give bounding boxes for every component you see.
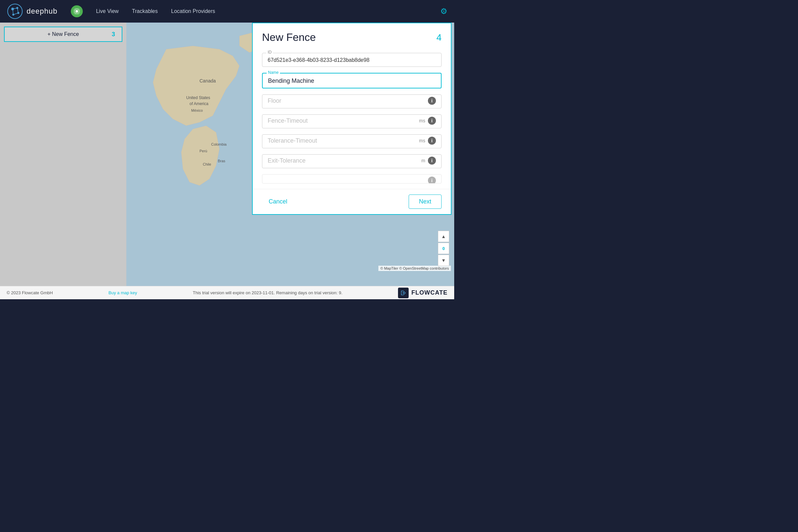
floor-placeholder: Floor [268, 97, 425, 104]
floor-info-icon[interactable]: i [428, 97, 436, 105]
svg-text:Canada: Canada [200, 78, 216, 83]
name-input[interactable] [268, 75, 436, 84]
deephub-logo-icon [7, 3, 23, 20]
logo-text: deephub [26, 7, 58, 16]
svg-point-9 [75, 10, 78, 13]
id-field-group: ID [262, 53, 441, 67]
nav-center: Live View Trackables Location Providers [71, 5, 440, 17]
dialog-body: ID Name Floor i [253, 48, 451, 189]
exit-tolerance-placeholder: Exit-Tolerance [268, 157, 419, 164]
extra-info-icon[interactable]: i [428, 176, 436, 184]
nav-trackables[interactable]: Trackables [132, 8, 158, 14]
flowcate-icon [398, 288, 408, 298]
tolerance-timeout-placeholder: Tolerance-Timeout [268, 137, 416, 144]
fence-timeout-info-icon[interactable]: i [428, 117, 436, 125]
svg-point-0 [8, 4, 22, 19]
new-fence-dialog: New Fence 4 ID Name [252, 23, 452, 215]
fence-timeout-unit: ms [419, 118, 425, 124]
settings-icon[interactable]: ⚙ [440, 7, 448, 16]
navbar: deephub Live View Trackables Location Pr… [0, 0, 454, 23]
floor-field-group: Floor i [262, 94, 441, 108]
svg-text:United States: United States [186, 95, 210, 100]
sidebar-step-badge: 3 [112, 31, 115, 38]
copyright-text: © 2023 Flowcate GmbH [7, 290, 53, 295]
map-controls-bottom: ▲ 0 ▼ [438, 231, 449, 266]
dialog-footer: Cancel Next [253, 189, 451, 214]
exit-tolerance-row: Exit-Tolerance m i [268, 157, 436, 165]
dialog-header: New Fence 4 [253, 23, 451, 48]
footer-brand: FLOWCATE [398, 288, 448, 298]
brand-label: FLOWCATE [411, 289, 448, 296]
footer-bar: © 2023 Flowcate GmbH Buy a map key This … [0, 286, 454, 299]
map-key-link[interactable]: Buy a map key [108, 290, 137, 295]
svg-point-25 [403, 292, 404, 293]
fence-timeout-row: Fence-Timeout ms i [268, 117, 436, 125]
main-area: + New Fence 3 [0, 23, 454, 286]
nav-location-providers[interactable]: Location Providers [171, 8, 215, 14]
floor-field-row: Floor i [268, 97, 436, 105]
svg-text:Perú: Perú [200, 149, 207, 153]
cancel-button[interactable]: Cancel [262, 194, 294, 209]
logo-area: deephub [7, 3, 58, 20]
signal-icon[interactable] [71, 5, 83, 17]
svg-text:Colombia: Colombia [211, 142, 227, 146]
dialog-step: 4 [436, 32, 441, 43]
svg-text:Chile: Chile [203, 162, 211, 166]
tolerance-timeout-field-group: Tolerance-Timeout ms i [262, 134, 441, 148]
nav-live-view[interactable]: Live View [96, 8, 119, 14]
fence-timeout-placeholder: Fence-Timeout [268, 117, 416, 125]
trial-text: This trial version will expire on 2023-1… [193, 290, 342, 295]
sidebar: + New Fence 3 [0, 23, 126, 286]
extra-field-group: i [262, 174, 441, 184]
new-fence-label: + New Fence [48, 31, 79, 37]
tolerance-timeout-unit: ms [419, 138, 425, 143]
fence-timeout-field-group: Fence-Timeout ms i [262, 114, 441, 128]
zoom-value: 0 [438, 243, 449, 254]
svg-text:México: México [191, 108, 203, 112]
id-input[interactable] [268, 55, 436, 63]
exit-tolerance-field-group: Exit-Tolerance m i [262, 154, 441, 168]
exit-tolerance-unit: m [421, 158, 425, 163]
dialog-title: New Fence [262, 31, 316, 43]
maptiler-credit: © MapTiler © OpenStreetMap contributors [378, 266, 451, 271]
extra-field-row: i [268, 176, 436, 184]
id-field-label: ID [266, 50, 273, 55]
map-area: Canada United States of America México P… [126, 23, 454, 286]
tolerance-timeout-info-icon[interactable]: i [428, 137, 436, 145]
tolerance-timeout-row: Tolerance-Timeout ms i [268, 137, 436, 145]
svg-text:Bras: Bras [218, 159, 225, 163]
pan-up-button[interactable]: ▲ [438, 231, 449, 242]
name-field-label: Name [267, 70, 280, 75]
exit-tolerance-info-icon[interactable]: i [428, 157, 436, 165]
svg-line-7 [13, 13, 18, 15]
new-fence-button[interactable]: + New Fence 3 [4, 26, 122, 42]
next-button[interactable]: Next [408, 194, 441, 209]
svg-text:of America: of America [190, 101, 208, 106]
pan-down-button[interactable]: ▼ [438, 255, 449, 266]
name-field-group: Name [262, 73, 441, 89]
